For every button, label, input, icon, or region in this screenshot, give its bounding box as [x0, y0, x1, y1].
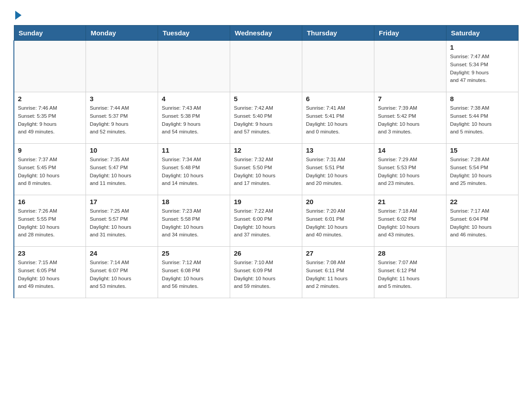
day-number: 1: [450, 43, 515, 51]
day-of-week-header: Tuesday: [158, 26, 230, 41]
day-number: 28: [378, 249, 442, 257]
calendar-cell: 5Sunrise: 7:42 AMSunset: 5:40 PMDaylight…: [230, 92, 302, 144]
day-info: Sunrise: 7:20 AMSunset: 6:01 PMDaylight:…: [306, 207, 370, 239]
day-of-week-header: Sunday: [14, 26, 86, 41]
day-number: 18: [162, 198, 226, 206]
calendar-week-row: 1Sunrise: 7:47 AMSunset: 5:34 PMDaylight…: [14, 41, 519, 92]
calendar-cell: 20Sunrise: 7:20 AMSunset: 6:01 PMDayligh…: [302, 195, 374, 247]
calendar-cell: [374, 41, 446, 92]
logo: [13, 9, 21, 18]
day-info: Sunrise: 7:37 AMSunset: 5:45 PMDaylight:…: [18, 156, 82, 188]
calendar-cell: 14Sunrise: 7:29 AMSunset: 5:53 PMDayligh…: [374, 144, 446, 195]
logo-arrow-icon: [15, 11, 21, 20]
day-info: Sunrise: 7:07 AMSunset: 6:12 PMDaylight:…: [378, 259, 442, 291]
day-number: 6: [306, 95, 370, 103]
day-info: Sunrise: 7:26 AMSunset: 5:55 PMDaylight:…: [18, 207, 82, 239]
day-number: 16: [18, 198, 82, 206]
calendar-cell: 11Sunrise: 7:34 AMSunset: 5:48 PMDayligh…: [158, 144, 230, 195]
day-info: Sunrise: 7:43 AMSunset: 5:38 PMDaylight:…: [162, 104, 226, 136]
day-number: 27: [306, 249, 370, 257]
calendar-week-row: 9Sunrise: 7:37 AMSunset: 5:45 PMDaylight…: [14, 144, 519, 195]
calendar-cell: 12Sunrise: 7:32 AMSunset: 5:50 PMDayligh…: [230, 144, 302, 195]
calendar-cell: 8Sunrise: 7:38 AMSunset: 5:44 PMDaylight…: [446, 92, 519, 144]
day-number: 23: [18, 249, 82, 257]
calendar-cell: 27Sunrise: 7:08 AMSunset: 6:11 PMDayligh…: [302, 247, 374, 298]
calendar-table: SundayMondayTuesdayWednesdayThursdayFrid…: [13, 25, 519, 298]
calendar-cell: 28Sunrise: 7:07 AMSunset: 6:12 PMDayligh…: [374, 247, 446, 298]
day-info: Sunrise: 7:17 AMSunset: 6:04 PMDaylight:…: [450, 207, 515, 239]
day-info: Sunrise: 7:12 AMSunset: 6:08 PMDaylight:…: [162, 259, 226, 291]
calendar-cell: 26Sunrise: 7:10 AMSunset: 6:09 PMDayligh…: [230, 247, 302, 298]
day-info: Sunrise: 7:41 AMSunset: 5:41 PMDaylight:…: [306, 104, 370, 136]
day-number: 11: [162, 146, 226, 154]
calendar-cell: 1Sunrise: 7:47 AMSunset: 5:34 PMDaylight…: [446, 41, 519, 92]
calendar-cell: [14, 41, 86, 92]
calendar-cell: 16Sunrise: 7:26 AMSunset: 5:55 PMDayligh…: [14, 195, 86, 247]
calendar-cell: 23Sunrise: 7:15 AMSunset: 6:05 PMDayligh…: [14, 247, 86, 298]
day-info: Sunrise: 7:29 AMSunset: 5:53 PMDaylight:…: [378, 156, 442, 188]
day-info: Sunrise: 7:10 AMSunset: 6:09 PMDaylight:…: [234, 259, 298, 291]
calendar-cell: 7Sunrise: 7:39 AMSunset: 5:42 PMDaylight…: [374, 92, 446, 144]
calendar-cell: 10Sunrise: 7:35 AMSunset: 5:47 PMDayligh…: [86, 144, 158, 195]
day-number: 7: [378, 95, 442, 103]
calendar-cell: [446, 247, 519, 298]
day-number: 10: [90, 146, 154, 154]
calendar-cell: [158, 41, 230, 92]
day-info: Sunrise: 7:15 AMSunset: 6:05 PMDaylight:…: [18, 259, 82, 291]
day-info: Sunrise: 7:31 AMSunset: 5:51 PMDaylight:…: [306, 156, 370, 188]
day-number: 25: [162, 249, 226, 257]
calendar-header-row: SundayMondayTuesdayWednesdayThursdayFrid…: [14, 26, 519, 41]
day-info: Sunrise: 7:32 AMSunset: 5:50 PMDaylight:…: [234, 156, 298, 188]
calendar-cell: 6Sunrise: 7:41 AMSunset: 5:41 PMDaylight…: [302, 92, 374, 144]
calendar-cell: 17Sunrise: 7:25 AMSunset: 5:57 PMDayligh…: [86, 195, 158, 247]
calendar-cell: 22Sunrise: 7:17 AMSunset: 6:04 PMDayligh…: [446, 195, 519, 247]
day-number: 9: [18, 146, 82, 154]
day-info: Sunrise: 7:38 AMSunset: 5:44 PMDaylight:…: [450, 104, 515, 136]
calendar-week-row: 23Sunrise: 7:15 AMSunset: 6:05 PMDayligh…: [14, 247, 519, 298]
day-number: 15: [450, 146, 515, 154]
day-of-week-header: Friday: [374, 26, 446, 41]
day-of-week-header: Monday: [86, 26, 158, 41]
calendar-cell: 18Sunrise: 7:23 AMSunset: 5:58 PMDayligh…: [158, 195, 230, 247]
calendar-cell: 21Sunrise: 7:18 AMSunset: 6:02 PMDayligh…: [374, 195, 446, 247]
day-number: 2: [18, 95, 82, 103]
calendar-cell: [302, 41, 374, 92]
day-number: 13: [306, 146, 370, 154]
calendar-week-row: 16Sunrise: 7:26 AMSunset: 5:55 PMDayligh…: [14, 195, 519, 247]
day-number: 8: [450, 95, 515, 103]
calendar-week-row: 2Sunrise: 7:46 AMSunset: 5:35 PMDaylight…: [14, 92, 519, 144]
day-number: 12: [234, 146, 298, 154]
day-number: 21: [378, 198, 442, 206]
calendar-cell: [230, 41, 302, 92]
day-of-week-header: Thursday: [302, 26, 374, 41]
day-info: Sunrise: 7:34 AMSunset: 5:48 PMDaylight:…: [162, 156, 226, 188]
day-number: 4: [162, 95, 226, 103]
day-info: Sunrise: 7:08 AMSunset: 6:11 PMDaylight:…: [306, 259, 370, 291]
calendar-cell: 4Sunrise: 7:43 AMSunset: 5:38 PMDaylight…: [158, 92, 230, 144]
day-number: 19: [234, 198, 298, 206]
day-number: 3: [90, 95, 154, 103]
day-number: 20: [306, 198, 370, 206]
day-of-week-header: Saturday: [446, 26, 519, 41]
calendar-cell: 13Sunrise: 7:31 AMSunset: 5:51 PMDayligh…: [302, 144, 374, 195]
day-info: Sunrise: 7:39 AMSunset: 5:42 PMDaylight:…: [378, 104, 442, 136]
day-number: 26: [234, 249, 298, 257]
day-of-week-header: Wednesday: [230, 26, 302, 41]
day-number: 24: [90, 249, 154, 257]
calendar-cell: 9Sunrise: 7:37 AMSunset: 5:45 PMDaylight…: [14, 144, 86, 195]
day-info: Sunrise: 7:42 AMSunset: 5:40 PMDaylight:…: [234, 104, 298, 136]
day-number: 14: [378, 146, 442, 154]
calendar-cell: 19Sunrise: 7:22 AMSunset: 6:00 PMDayligh…: [230, 195, 302, 247]
calendar-cell: 3Sunrise: 7:44 AMSunset: 5:37 PMDaylight…: [86, 92, 158, 144]
day-info: Sunrise: 7:47 AMSunset: 5:34 PMDaylight:…: [450, 53, 515, 85]
day-number: 17: [90, 198, 154, 206]
day-info: Sunrise: 7:44 AMSunset: 5:37 PMDaylight:…: [90, 104, 154, 136]
day-info: Sunrise: 7:22 AMSunset: 6:00 PMDaylight:…: [234, 207, 298, 239]
page-header: [13, 9, 519, 18]
calendar-cell: 25Sunrise: 7:12 AMSunset: 6:08 PMDayligh…: [158, 247, 230, 298]
day-info: Sunrise: 7:25 AMSunset: 5:57 PMDaylight:…: [90, 207, 154, 239]
day-number: 22: [450, 198, 515, 206]
day-info: Sunrise: 7:14 AMSunset: 6:07 PMDaylight:…: [90, 259, 154, 291]
day-info: Sunrise: 7:46 AMSunset: 5:35 PMDaylight:…: [18, 104, 82, 136]
day-info: Sunrise: 7:23 AMSunset: 5:58 PMDaylight:…: [162, 207, 226, 239]
